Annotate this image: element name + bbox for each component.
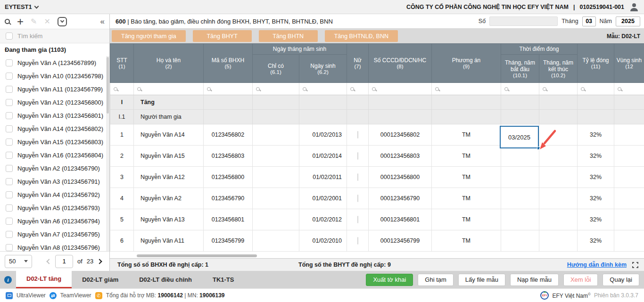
filter-cell[interactable] [253,83,299,95]
list-item[interactable]: Nguyễn Văn A11 (0123456799) [0,82,109,96]
add-bhyt-button[interactable]: Tăng BHYT [193,30,252,42]
error-cell[interactable] [501,167,539,188]
list-item[interactable]: Nguyễn Văn A6 (0123456794) [0,214,109,228]
female-checkbox[interactable] [357,216,358,223]
filter-cell[interactable] [134,83,204,95]
item-checkbox[interactable] [6,112,13,119]
item-checkbox[interactable] [6,231,13,238]
table-row[interactable]: 4 Nguyễn Văn A2 0123456790 01/02/2001 00… [110,188,644,209]
female-checkbox[interactable] [357,173,358,181]
filter-cell[interactable] [614,83,644,95]
group-row-tang[interactable]: I Tăng [110,95,644,110]
error-cell[interactable] [501,209,539,230]
table-row[interactable]: 3 Nguyễn Văn A12 0123456800 01/02/2011 0… [110,167,644,188]
list-item[interactable]: Nguyễn Văn A5 (0123456793) [0,201,109,214]
page-number-input[interactable] [55,255,73,268]
sidebar-search-row[interactable]: Tìm kiếm [0,29,109,43]
item-checkbox[interactable] [6,86,13,93]
filter-cell[interactable] [369,83,432,95]
item-checkbox[interactable] [6,59,13,66]
view-errors-button[interactable]: Xem lỗi [563,274,598,286]
list-item[interactable]: Nguyễn Văn A2 (0123456790) [0,162,109,175]
female-checkbox[interactable] [357,237,358,245]
list-item[interactable]: Nguyễn Văn A13 (0123456801) [0,109,109,122]
user-menu[interactable]: EYTEST1 [5,3,38,10]
list-item[interactable]: Nguyễn Văn A3 (0123456791) [0,175,109,188]
filter-cell[interactable] [204,83,253,95]
item-checkbox[interactable] [6,165,13,172]
table-row[interactable]: 1 Nguyễn Văn A14 0123456802 01/02/2013 0… [110,124,644,146]
back-button[interactable]: Quay lại [603,274,639,286]
item-checkbox[interactable] [6,99,13,106]
selected-cell[interactable]: 03/2025 [500,126,539,148]
add-person-button[interactable]: Tăng người tham gia [112,30,186,42]
item-checkbox[interactable] [6,178,13,185]
get-template-button[interactable]: Lấy file mẫu [458,274,505,286]
search-icon[interactable] [5,19,10,24]
tab-d02lt-dieu-chinh[interactable]: D02-LT điều chỉnh [129,271,202,288]
select-all-icon[interactable] [58,17,67,26]
search-select-checkbox[interactable] [6,33,13,40]
so-input[interactable] [489,16,558,26]
list-item[interactable]: Nguyễn Văn A14 (0123456802) [0,122,109,135]
filter-cell[interactable] [501,83,539,95]
error-cell[interactable] [501,146,539,167]
item-checkbox[interactable] [6,73,13,80]
filter-cell[interactable] [578,83,614,95]
add-bhtnld-button[interactable]: Tăng BHTNLĐ, BNN [325,30,398,42]
table-row[interactable]: 6 Nguyễn Văn A11 0123456799 01/02/2010 0… [110,230,644,252]
list-item[interactable]: Nguyễn Văn A8 (0123456796) [0,241,109,251]
save-draft-button[interactable]: Ghi tạm [418,274,454,286]
female-checkbox[interactable] [357,131,358,139]
collapse-sidebar-icon[interactable]: « [100,17,105,26]
year-input[interactable] [616,16,640,26]
add-bhtn-button[interactable]: Tăng BHTN [259,30,318,42]
filter-cell[interactable] [110,83,134,95]
next-page-icon[interactable] [97,259,102,264]
add-icon[interactable]: + [17,17,24,26]
user-icon[interactable] [629,2,639,12]
load-template-button[interactable]: Nạp file mẫu [510,274,559,286]
table-row[interactable]: 2 Nguyễn Văn A15 0123456803 01/02/2014 0… [110,146,644,167]
female-checkbox[interactable] [357,195,358,202]
list-item[interactable]: Nguyễn Văn A4 (0123456792) [0,188,109,201]
tab-d02lt-giam[interactable]: D02-LT giảm [72,271,129,288]
teamviewer-label[interactable]: TeamViewer [60,292,91,299]
item-checkbox[interactable] [6,204,13,212]
teamviewer-icon[interactable]: ⇄ [50,292,57,299]
list-item[interactable]: Nguyễn Văn A10 (0123456798) [0,69,109,82]
error-cell[interactable] [501,230,539,252]
tab-tk1-ts[interactable]: TK1-TS [202,271,245,288]
filter-cell[interactable] [299,83,347,95]
attachment-guide-link[interactable]: Hướng dẫn đính kèm [567,261,627,268]
sidebar-scrollbar[interactable] [106,56,109,251]
item-checkbox[interactable] [6,191,13,198]
error-cell[interactable] [501,188,539,209]
month-input[interactable] [582,16,596,26]
list-item[interactable]: Nguyễn Văn A16 (0123456804) [0,148,109,162]
group-row-nguoi-tham-gia[interactable]: I.1 Người tham gia [110,110,644,124]
list-item[interactable]: Nguyễn Văn A7 (0123456795) [0,228,109,241]
filter-cell[interactable] [347,83,369,95]
item-checkbox[interactable] [6,125,13,132]
export-declaration-button[interactable]: Xuất tờ khai [366,274,413,286]
horizontal-scrollbar[interactable] [137,254,257,257]
ultraviewer-icon[interactable] [6,292,13,299]
table-row[interactable]: 5 Nguyễn Văn A13 0123456801 01/02/2012 0… [110,209,644,230]
ultraviewer-label[interactable]: UltraViewer [17,292,46,299]
female-checkbox[interactable] [357,152,358,160]
filter-cell[interactable] [539,83,578,95]
item-checkbox[interactable] [6,139,13,146]
tab-d02lt-tang[interactable]: D02-LT tăng [16,271,72,288]
search-placeholder[interactable]: Tìm kiếm [17,33,42,40]
item-checkbox[interactable] [6,152,13,159]
item-checkbox[interactable] [6,218,13,225]
info-icon[interactable]: i [4,276,12,284]
page-size-select[interactable]: 50 [5,255,32,268]
filter-cell[interactable] [432,83,501,95]
list-item[interactable]: Nguyễn Văn A15 (0123456803) [0,135,109,148]
item-checkbox[interactable] [6,244,13,251]
list-item[interactable]: Nguyễn Văn A12 (0123456800) [0,96,109,109]
fullscreen-icon[interactable] [632,262,638,268]
list-item[interactable]: Nguyễn Văn A (1234567899) [0,56,109,69]
